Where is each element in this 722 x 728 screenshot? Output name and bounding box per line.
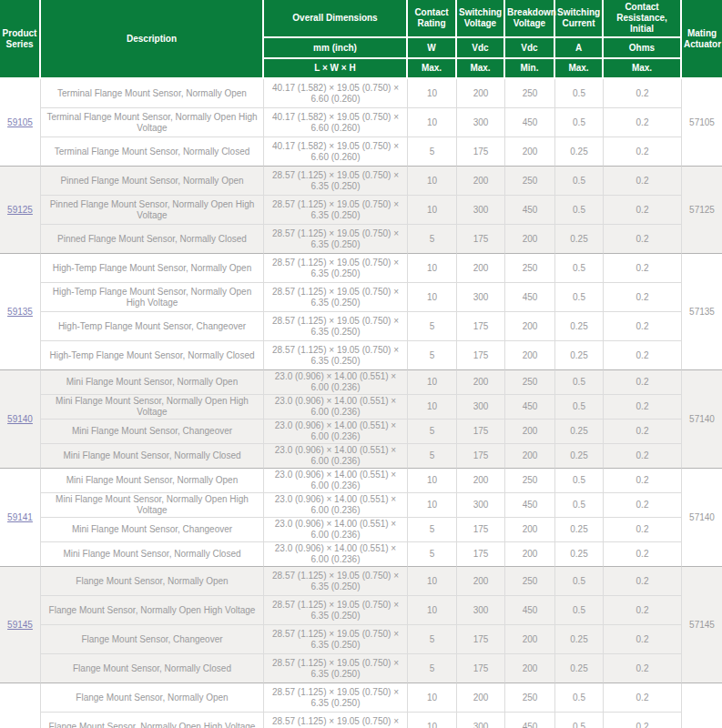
description-cell: Mini Flange Mount Sensor, Normally Close… — [41, 542, 264, 567]
breakdown-voltage-cell: 450 — [505, 713, 555, 728]
table-row: Mini Flange Mount Sensor, Normally Open … — [0, 493, 722, 518]
table-row: Mini Flange Mount Sensor, Normally Close… — [0, 542, 722, 567]
product-series-cell: 59141 — [0, 469, 41, 567]
description-cell: Flange Mount Sensor, Normally Open — [41, 567, 264, 596]
switching-current-cell: 0.25 — [555, 341, 604, 370]
switching-current-cell: 0.5 — [555, 108, 604, 137]
header-contact-resistance: Contact Resistance, Initial — [604, 0, 682, 38]
unit-contact-resistance: Ohms — [604, 38, 682, 59]
description-cell: Mini Flange Mount Sensor, Changeover — [41, 420, 264, 444]
switching-voltage-cell: 300 — [457, 196, 505, 225]
contact-rating-cell: 10 — [408, 596, 457, 625]
dimensions-cell: 40.17 (1.582) × 19.05 (0.750) × 6.60 (0.… — [264, 137, 408, 167]
dimensions-cell: 23.0 (0.906) × 14.00 (0.551) × 6.00 (0.2… — [264, 420, 408, 444]
switching-voltage-cell: 175 — [457, 518, 505, 542]
switching-voltage-cell: 200 — [457, 79, 505, 108]
switching-voltage-cell: 300 — [457, 713, 505, 728]
switching-current-cell: 0.25 — [555, 137, 604, 167]
table-row: 59145Flange Mount Sensor, Normally Open … — [0, 567, 722, 596]
dimensions-cell: 28.57 (1.125) × 19.05 (0.750) × 6.35 (0.… — [264, 254, 408, 283]
table-row: 59141Mini Flange Mount Sensor, Normally … — [0, 469, 722, 493]
dimensions-cell: 28.57 (1.125) × 19.05 (0.750) × 6.35 (0.… — [264, 196, 408, 225]
dimensions-cell: 40.17 (1.582) × 19.05 (0.750) × 6.60 (0.… — [264, 79, 408, 108]
breakdown-voltage-cell: 250 — [505, 469, 555, 493]
contact-rating-cell: 10 — [408, 493, 457, 518]
table-row: High-Temp Flange Mount Sensor, Normally … — [0, 283, 722, 312]
product-series-link[interactable]: 59105 — [7, 117, 33, 127]
description-cell: Flange Mount Sensor, Normally Open High … — [41, 596, 264, 625]
product-series-link[interactable]: 59140 — [7, 414, 33, 424]
breakdown-voltage-cell: 200 — [505, 420, 555, 444]
switching-current-cell: 0.25 — [555, 654, 604, 683]
switching-current-cell: 0.5 — [555, 370, 604, 395]
contact-resistance-cell: 0.2 — [604, 567, 682, 596]
mating-actuator-cell: 57140 — [682, 469, 722, 567]
breakdown-voltage-cell: 200 — [505, 625, 555, 654]
switching-current-cell: 0.5 — [555, 395, 604, 420]
breakdown-voltage-cell: 250 — [505, 254, 555, 283]
contact-resistance-cell: 0.2 — [604, 518, 682, 542]
switching-current-cell: 0.5 — [555, 469, 604, 493]
description-cell: Flange Mount Sensor, Normally Open — [41, 683, 264, 713]
switching-voltage-cell: 175 — [457, 654, 505, 683]
dimensions-cell: 23.0 (0.906) × 14.00 (0.551) × 6.00 (0.2… — [264, 469, 408, 493]
product-spec-table: Product Series Description Overall Dimen… — [0, 0, 722, 728]
switching-current-cell: 0.5 — [555, 596, 604, 625]
contact-rating-cell: 10 — [408, 567, 457, 596]
contact-resistance-cell: 0.2 — [604, 596, 682, 625]
contact-rating-cell: 10 — [408, 79, 457, 108]
product-series-link[interactable]: 59135 — [7, 307, 33, 317]
description-cell: High-Temp Flange Mount Sensor, Normally … — [41, 341, 264, 370]
switching-voltage-cell: 200 — [457, 469, 505, 493]
switching-current-cell: 0.5 — [555, 283, 604, 312]
description-cell: Mini Flange Mount Sensor, Normally Close… — [41, 444, 264, 469]
limit-breakdown-voltage: Min. — [505, 59, 555, 79]
breakdown-voltage-cell: 250 — [505, 567, 555, 596]
breakdown-voltage-cell: 450 — [505, 283, 555, 312]
table-row: 59135High-Temp Flange Mount Sensor, Norm… — [0, 254, 722, 283]
mating-actuator-cell: 57145 — [682, 567, 722, 683]
unit-dimensions: mm (inch) — [264, 38, 408, 59]
switching-current-cell: 0.5 — [555, 79, 604, 108]
mating-actuator-cell: 57135 — [682, 254, 722, 370]
contact-rating-cell: 5 — [408, 518, 457, 542]
switching-current-cell: 0.5 — [555, 567, 604, 596]
description-cell: Mini Flange Mount Sensor, Normally Open — [41, 469, 264, 493]
contact-resistance-cell: 0.2 — [604, 469, 682, 493]
switching-voltage-cell: 300 — [457, 108, 505, 137]
product-series-link[interactable]: 59145 — [7, 620, 33, 630]
description-cell: High-Temp Flange Mount Sensor, Normally … — [41, 254, 264, 283]
mating-actuator-cell: 57150 — [682, 683, 722, 728]
contact-rating-cell: 5 — [408, 542, 457, 567]
contact-resistance-cell: 0.2 — [604, 420, 682, 444]
table-row: Mini Flange Mount Sensor, Normally Open … — [0, 395, 722, 420]
description-cell: Flange Mount Sensor, Normally Closed — [41, 654, 264, 683]
description-cell: Flange Mount Sensor, Changeover — [41, 625, 264, 654]
limit-switching-current: Max. — [555, 59, 604, 79]
header-switching-current: Switching Current — [555, 0, 604, 38]
breakdown-voltage-cell: 250 — [505, 683, 555, 713]
contact-resistance-cell: 0.2 — [604, 79, 682, 108]
switching-voltage-cell: 175 — [457, 225, 505, 254]
table-row: Terminal Flange Mount Sensor, Normally O… — [0, 108, 722, 137]
table-row: High-Temp Flange Mount Sensor, Normally … — [0, 341, 722, 370]
contact-rating-cell: 5 — [408, 444, 457, 469]
dimensions-cell: 28.57 (1.125) × 19.05 (0.750) × 6.35 (0.… — [264, 225, 408, 254]
breakdown-voltage-cell: 250 — [505, 79, 555, 108]
product-series-link[interactable]: 59141 — [7, 512, 33, 522]
unit-switching-voltage: Vdc — [457, 38, 505, 59]
switching-current-cell: 0.25 — [555, 444, 604, 469]
product-series-cell: 59145 — [0, 567, 41, 683]
table-header: Product Series Description Overall Dimen… — [0, 0, 722, 79]
contact-resistance-cell: 0.2 — [604, 625, 682, 654]
contact-resistance-cell: 0.2 — [604, 683, 682, 713]
table-row: 59105Terminal Flange Mount Sensor, Norma… — [0, 79, 722, 108]
dimensions-cell: 28.57 (1.125) × 19.05 (0.750) × 6.35 (0.… — [264, 625, 408, 654]
product-series-cell: 59105 — [0, 79, 41, 167]
product-series-cell: 59135 — [0, 254, 41, 370]
description-cell: Pinned Flange Mount Sensor, Normally Clo… — [41, 225, 264, 254]
breakdown-voltage-cell: 200 — [505, 312, 555, 341]
switching-voltage-cell: 300 — [457, 596, 505, 625]
product-series-link[interactable]: 59125 — [7, 205, 33, 215]
table-row: Terminal Flange Mount Sensor, Normally C… — [0, 137, 722, 167]
